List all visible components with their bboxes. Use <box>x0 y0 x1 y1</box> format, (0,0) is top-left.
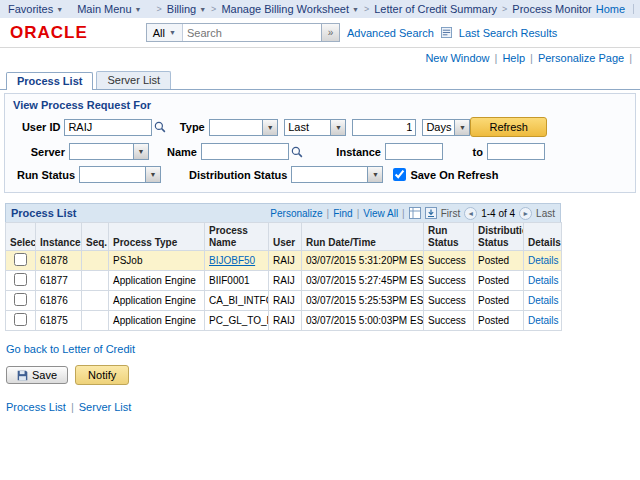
col-run-datetime: Run Date/Time <box>302 223 424 251</box>
run-status-select[interactable]: ▼ <box>79 166 161 183</box>
next-page-icon[interactable]: ► <box>519 207 532 220</box>
help-link[interactable]: Help <box>502 52 525 64</box>
find-link[interactable]: Find <box>333 208 352 219</box>
section-title: View Process Request For <box>13 99 627 111</box>
first-label[interactable]: First <box>441 208 460 219</box>
advanced-search-link[interactable]: Advanced Search <box>347 27 434 39</box>
filter-row-2: Server ▼ Name Instance to <box>13 143 627 160</box>
user-id-input[interactable] <box>64 119 152 136</box>
notify-button[interactable]: Notify <box>75 365 129 385</box>
personalize-page-link[interactable]: Personalize Page <box>538 52 624 64</box>
view-all-link[interactable]: View All <box>363 208 398 219</box>
favorites-label: Favorites <box>8 3 53 15</box>
seq-cell <box>82 311 109 331</box>
instance-to-input[interactable] <box>487 143 545 160</box>
last-select[interactable]: Last ▼ <box>284 119 346 136</box>
to-label: to <box>453 146 483 158</box>
server-select[interactable]: ▼ <box>69 143 149 160</box>
instance-cell: 61878 <box>36 251 82 271</box>
col-select: Select <box>6 223 36 251</box>
type-select[interactable]: ▼ <box>209 119 278 136</box>
breadcrumb-label: Process Monitor <box>512 3 591 15</box>
user-cell: RAIJ <box>269 291 302 311</box>
chevron-down-icon: ▼ <box>367 167 382 182</box>
favorites-menu[interactable]: Favorites ▼ <box>8 3 63 15</box>
breadcrumb-separator: > <box>364 4 369 14</box>
row-select-checkbox[interactable] <box>14 313 27 326</box>
run-datetime-cell: 03/07/2015 5:25:53PM EST <box>302 291 424 311</box>
new-window-link[interactable]: New Window <box>425 52 489 64</box>
search-scope-value: All <box>153 27 165 39</box>
row-select-checkbox[interactable] <box>14 253 27 266</box>
last-search-results-link[interactable]: Last Search Results <box>459 27 557 39</box>
days-select[interactable]: Days ▼ <box>422 119 470 136</box>
last-select-value: Last <box>285 120 330 135</box>
personalize-link[interactable]: Personalize <box>270 208 322 219</box>
run-datetime-cell: 03/07/2015 5:31:20PM EST <box>302 251 424 271</box>
distribution-status-select[interactable]: ▼ <box>291 166 383 183</box>
col-seq: Seq. <box>82 223 109 251</box>
details-link[interactable]: Details <box>528 295 559 306</box>
chevron-down-icon: ▼ <box>454 120 469 135</box>
action-buttons: Save Notify <box>6 365 640 385</box>
col-process-name: Process Name <box>205 223 269 251</box>
divider <box>633 4 634 14</box>
home-link[interactable]: Home <box>596 3 625 15</box>
distribution-status-select-value <box>292 167 367 182</box>
breadcrumb-manage-billing-worksheet[interactable]: Manage Billing Worksheet ▼ <box>221 3 359 15</box>
process-list-bottom-link[interactable]: Process List <box>6 401 66 413</box>
last-label[interactable]: Last <box>536 208 555 219</box>
breadcrumb-label: Billing <box>167 3 196 15</box>
name-lookup-icon[interactable] <box>291 146 303 158</box>
save-on-refresh-checkbox[interactable] <box>393 168 406 181</box>
search-box: All ▼ » <box>146 23 340 42</box>
details-link[interactable]: Details <box>528 315 559 326</box>
search-scope-select[interactable]: All ▼ <box>147 24 183 41</box>
name-input[interactable] <box>201 143 289 160</box>
tab-server-list[interactable]: Server List <box>96 71 171 89</box>
row-select-checkbox[interactable] <box>14 273 27 286</box>
run-status-label: Run Status <box>13 169 75 181</box>
breadcrumb-letter-of-credit-summary[interactable]: Letter of Credit Summary <box>374 3 497 15</box>
tab-process-list[interactable]: Process List <box>6 72 93 90</box>
instance-cell: 61875 <box>36 311 82 331</box>
breadcrumb-label: Letter of Credit Summary <box>374 3 497 15</box>
distribution-status-cell: Posted <box>474 291 524 311</box>
grid-header-bar: Process List Personalize | Find | View A… <box>5 203 561 222</box>
user-id-lookup-icon[interactable] <box>154 121 166 133</box>
chevron-down-icon: ▼ <box>133 144 148 159</box>
process-name-link[interactable]: BIJOBF50 <box>209 255 255 266</box>
download-to-excel-icon[interactable] <box>425 207 437 219</box>
page-links-bar: New Window | Help | Personalize Page | <box>0 48 640 66</box>
days-select-value: Days <box>423 120 454 135</box>
process-list-grid: Process List Personalize | Find | View A… <box>5 203 561 331</box>
process-table: Select Instance Seq. Process Type Proces… <box>5 222 562 331</box>
user-cell: RAIJ <box>269 251 302 271</box>
server-list-bottom-link[interactable]: Server List <box>79 401 132 413</box>
breadcrumb-process-monitor[interactable]: Process Monitor <box>512 3 591 15</box>
table-row: 61875 Application Engine PC_GL_TO_PC RAI… <box>6 311 562 331</box>
instance-from-input[interactable] <box>385 143 443 160</box>
instance-label: Instance <box>321 146 381 158</box>
details-link[interactable]: Details <box>528 255 559 266</box>
process-type-cell: Application Engine <box>109 291 205 311</box>
row-select-checkbox[interactable] <box>14 293 27 306</box>
breadcrumb-billing[interactable]: Billing ▼ <box>167 3 206 15</box>
main-menu[interactable]: Main Menu ▼ <box>77 3 141 15</box>
divider: | <box>327 208 330 219</box>
refresh-button[interactable]: Refresh <box>470 117 547 137</box>
save-button[interactable]: Save <box>6 366 68 384</box>
zoom-grid-icon[interactable] <box>409 207 421 219</box>
search-submit-button[interactable]: » <box>321 24 339 41</box>
details-link[interactable]: Details <box>528 275 559 286</box>
search-input[interactable] <box>183 24 321 41</box>
divider: | <box>357 208 360 219</box>
distribution-status-cell: Posted <box>474 271 524 291</box>
last-number-input[interactable] <box>352 119 416 136</box>
previous-page-icon[interactable]: ◄ <box>464 207 477 220</box>
seq-cell <box>82 271 109 291</box>
user-cell: RAIJ <box>269 311 302 331</box>
instance-cell: 61877 <box>36 271 82 291</box>
process-name-cell: CA_BI_INTFC <box>205 291 269 311</box>
go-back-link[interactable]: Go back to Letter of Credit <box>6 343 135 355</box>
